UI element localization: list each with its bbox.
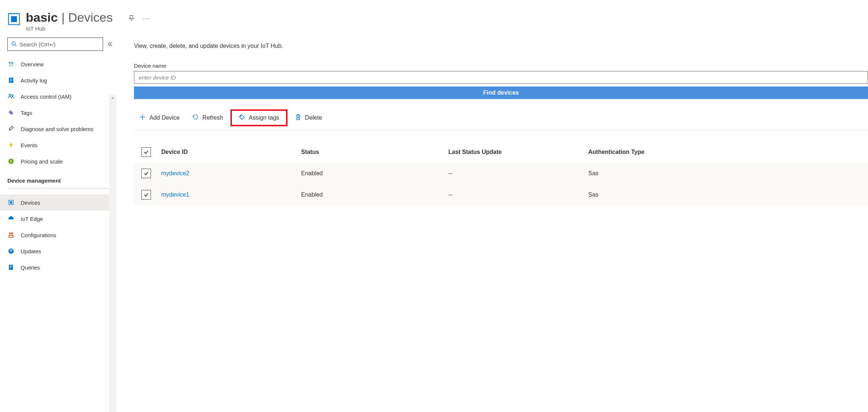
sidebar-item-access-control-iam-[interactable]: Access control (IAM) bbox=[0, 88, 116, 105]
svg-point-15 bbox=[9, 111, 10, 112]
devices-icon bbox=[7, 199, 15, 206]
sidebar-item-configurations[interactable]: Configurations bbox=[0, 227, 116, 243]
svg-rect-20 bbox=[9, 236, 13, 237]
row-checkbox[interactable] bbox=[141, 169, 151, 178]
iot-hub-icon bbox=[7, 13, 21, 26]
add-device-button[interactable]: Add Device bbox=[134, 112, 185, 124]
queries-icon bbox=[7, 264, 15, 271]
plus-icon bbox=[139, 114, 146, 122]
sidebar-search-input[interactable] bbox=[20, 41, 99, 47]
overview-icon bbox=[7, 61, 15, 67]
cell-auth-type: Sas bbox=[588, 170, 868, 177]
device-id-link[interactable]: mydevice1 bbox=[161, 191, 301, 198]
collapse-sidebar-icon[interactable] bbox=[105, 42, 114, 47]
events-icon bbox=[7, 142, 15, 148]
col-device-id: Device ID bbox=[161, 149, 301, 155]
nav-label: Access control (IAM) bbox=[21, 94, 71, 100]
nav-label: Diagnose and solve problems bbox=[21, 126, 93, 132]
svg-line-8 bbox=[15, 45, 17, 46]
refresh-icon bbox=[192, 114, 199, 122]
nav-label: Events bbox=[21, 142, 38, 148]
more-icon[interactable]: ··· bbox=[143, 15, 151, 22]
sidebar-search[interactable] bbox=[7, 38, 103, 51]
scrollbar-up-icon[interactable] bbox=[109, 94, 116, 102]
sidebar-item-updates[interactable]: Updates bbox=[0, 243, 116, 259]
highlight-assign-tags: Assign tags bbox=[230, 109, 287, 126]
nav-label: IoT Edge bbox=[21, 216, 43, 222]
diagnose-icon bbox=[7, 126, 15, 132]
devices-table: Device ID Status Last Status Update Auth… bbox=[134, 141, 868, 205]
delete-button[interactable]: Delete bbox=[290, 112, 327, 124]
activity-log-icon bbox=[7, 77, 15, 84]
nav-label: Devices bbox=[21, 200, 40, 206]
sidebar-item-queries[interactable]: Queries bbox=[0, 259, 116, 275]
refresh-label: Refresh bbox=[202, 115, 223, 121]
sidebar: OverviewActivity logAccess control (IAM)… bbox=[0, 35, 116, 412]
col-auth-type: Authentication Type bbox=[588, 149, 868, 155]
sidebar-item-activity-log[interactable]: Activity log bbox=[0, 72, 116, 88]
svg-point-30 bbox=[240, 116, 241, 117]
search-icon bbox=[11, 41, 17, 47]
page-title: | Devices bbox=[61, 10, 113, 25]
pin-icon[interactable] bbox=[128, 15, 135, 22]
svg-rect-24 bbox=[9, 265, 13, 270]
svg-rect-1 bbox=[11, 16, 17, 22]
device-name-label: Device name bbox=[134, 63, 868, 69]
cell-last-update: -- bbox=[448, 191, 588, 198]
nav-label: Pricing and scale bbox=[21, 158, 63, 165]
assign-tags-button[interactable]: Assign tags bbox=[233, 112, 285, 124]
sidebar-item-events[interactable]: Events bbox=[0, 137, 116, 153]
find-devices-button[interactable]: Find devices bbox=[134, 87, 868, 99]
configurations-icon bbox=[7, 232, 15, 238]
main-content: View, create, delete, and update devices… bbox=[116, 35, 868, 412]
pricing-icon: $ bbox=[7, 158, 15, 165]
sidebar-item-overview[interactable]: Overview bbox=[0, 56, 116, 72]
cell-auth-type: Sas bbox=[588, 191, 868, 198]
iot-edge-icon bbox=[7, 215, 15, 222]
row-checkbox[interactable] bbox=[141, 190, 151, 200]
cell-last-update: -- bbox=[448, 170, 588, 177]
nav-label: Configurations bbox=[21, 232, 56, 238]
svg-point-21 bbox=[9, 233, 11, 234]
refresh-button[interactable]: Refresh bbox=[187, 112, 228, 124]
sidebar-section-device-management: Device management bbox=[0, 169, 116, 186]
sidebar-item-iot-edge[interactable]: IoT Edge bbox=[0, 211, 116, 227]
cell-status: Enabled bbox=[301, 170, 448, 177]
device-id-link[interactable]: mydevice2 bbox=[161, 170, 301, 177]
trash-icon bbox=[295, 114, 301, 122]
sidebar-item-pricing-and-scale[interactable]: $Pricing and scale bbox=[0, 153, 116, 169]
sidebar-scrollbar[interactable] bbox=[109, 94, 116, 412]
svg-text:$: $ bbox=[10, 159, 12, 163]
svg-point-13 bbox=[9, 94, 11, 96]
assign-tags-label: Assign tags bbox=[249, 115, 279, 121]
svg-point-22 bbox=[11, 233, 13, 234]
resource-name: basic bbox=[26, 10, 58, 25]
divider bbox=[7, 188, 110, 189]
nav-label: Activity log bbox=[21, 77, 47, 84]
nav-label: Overview bbox=[21, 61, 44, 67]
add-device-label: Add Device bbox=[149, 115, 180, 121]
svg-point-7 bbox=[12, 42, 15, 45]
tags-icon bbox=[7, 109, 15, 116]
sidebar-item-tags[interactable]: Tags bbox=[0, 105, 116, 121]
table-row: mydevice1Enabled--Sas bbox=[134, 184, 868, 205]
table-row: mydevice2Enabled--Sas bbox=[134, 163, 868, 184]
col-last-update: Last Status Update bbox=[448, 149, 588, 155]
resource-type: IoT Hub bbox=[26, 25, 113, 32]
table-header: Device ID Status Last Status Update Auth… bbox=[134, 141, 868, 163]
sidebar-item-devices[interactable]: Devices bbox=[0, 194, 116, 211]
updates-icon bbox=[7, 248, 15, 254]
nav-label: Tags bbox=[21, 110, 32, 116]
page-header: basic | Devices IoT Hub ··· bbox=[0, 0, 868, 35]
page-description: View, create, delete, and update devices… bbox=[134, 43, 868, 49]
device-id-input[interactable] bbox=[134, 71, 868, 84]
sidebar-item-diagnose-and-solve-problems[interactable]: Diagnose and solve problems bbox=[0, 121, 116, 137]
access-control-icon bbox=[7, 93, 15, 100]
nav-label: Updates bbox=[21, 248, 41, 254]
nav-label: Queries bbox=[21, 264, 40, 271]
select-all-checkbox[interactable] bbox=[141, 147, 151, 157]
delete-label: Delete bbox=[305, 115, 322, 121]
cell-status: Enabled bbox=[301, 191, 448, 198]
toolbar: Add Device Refresh Assign tags bbox=[134, 109, 868, 130]
tag-icon bbox=[239, 114, 245, 122]
